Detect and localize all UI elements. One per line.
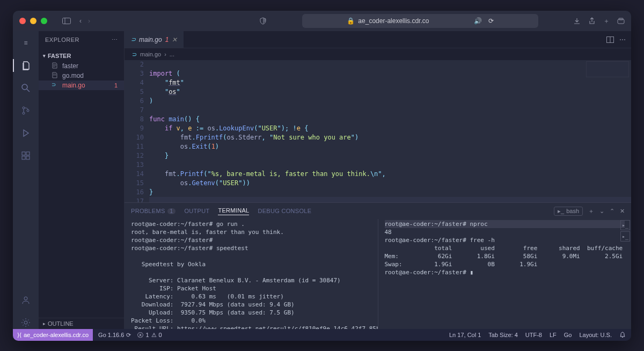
share-icon[interactable] bbox=[588, 17, 596, 25]
tab-size[interactable]: Tab Size: 4 bbox=[488, 332, 517, 338]
titlebar: ‹ › 🔒 ae_coder-alexellis.cdr.co 🔊 ⟳ ＋ bbox=[13, 11, 631, 31]
split-terminal-icon[interactable]: ⌄ bbox=[599, 208, 604, 215]
terminal-body: root@ae-coder:~/faster# go run . root, b… bbox=[125, 219, 631, 329]
code-editor[interactable]: 234567891011121314151617 import ( "fmt" … bbox=[125, 60, 631, 202]
svg-rect-9 bbox=[22, 152, 25, 155]
terminal-left[interactable]: root@ae-coder:~/faster# go run . root, b… bbox=[125, 219, 378, 329]
new-terminal-icon[interactable]: ＋ bbox=[588, 207, 594, 215]
account-icon[interactable] bbox=[19, 294, 32, 306]
editor-tabs: ⊃ main.go 1 ✕ ⋯ bbox=[125, 31, 631, 48]
eol[interactable]: LF bbox=[550, 332, 557, 338]
svg-rect-0 bbox=[63, 18, 71, 24]
problems-status[interactable]: ⓧ 1 ⚠ 0 bbox=[137, 331, 162, 339]
minimize-window-button[interactable] bbox=[30, 18, 36, 24]
svg-point-4 bbox=[22, 84, 27, 90]
sidebar-header: EXPLORER ⋯ bbox=[39, 31, 124, 48]
close-panel-icon[interactable]: ✕ bbox=[620, 208, 625, 215]
sidebar-title: EXPLORER bbox=[45, 36, 79, 43]
svg-rect-10 bbox=[22, 156, 25, 159]
new-tab-icon[interactable]: ＋ bbox=[603, 17, 610, 26]
breadcrumb[interactable]: ⊃ main.go › ... bbox=[125, 48, 631, 60]
panel-tabs: PROBLEMS 1 OUTPUT TERMINAL DEBUG CONSOLE… bbox=[125, 203, 631, 219]
go-version[interactable]: Go 1.16.6 ⟳ bbox=[98, 332, 131, 339]
lock-icon: 🔒 bbox=[347, 17, 355, 25]
tab-terminal[interactable]: TERMINAL bbox=[218, 207, 249, 215]
terminal-instance-icon[interactable]: ▸_ bbox=[620, 220, 630, 230]
code-content[interactable]: import ( "fmt" "os") func main() { if v,… bbox=[149, 60, 631, 202]
statusbar: ⟩⟨ ae_coder-alexellis.cdr.co Go 1.16.6 ⟳… bbox=[13, 329, 631, 341]
outline-section[interactable]: OUTLINE bbox=[39, 318, 124, 329]
url-bar[interactable]: 🔒 ae_coder-alexellis.cdr.co 🔊 ⟳ bbox=[302, 14, 538, 28]
maximize-panel-icon[interactable]: ⌃ bbox=[610, 208, 614, 215]
language-mode[interactable]: Go bbox=[564, 332, 572, 338]
svg-point-8 bbox=[27, 109, 29, 112]
tab-problems[interactable]: PROBLEMS 1 bbox=[131, 208, 175, 214]
terminal-instance-icon[interactable]: ▸_ bbox=[620, 231, 630, 242]
go-file-icon: ⊃ bbox=[132, 51, 137, 58]
folder-header[interactable]: FASTER bbox=[39, 50, 124, 61]
remote-icon: ⟩⟨ bbox=[17, 332, 21, 339]
file-item-gomod[interactable]: go.mod bbox=[39, 71, 124, 81]
source-control-icon[interactable] bbox=[19, 104, 32, 117]
keyboard-layout[interactable]: Layout: U.S. bbox=[579, 332, 612, 338]
forward-button[interactable]: › bbox=[88, 17, 90, 25]
tab-debug-console[interactable]: DEBUG CONSOLE bbox=[258, 208, 311, 214]
line-gutter: 234567891011121314151617 bbox=[125, 60, 149, 202]
bottom-panel: PROBLEMS 1 OUTPUT TERMINAL DEBUG CONSOLE… bbox=[125, 202, 631, 329]
audio-icon[interactable]: 🔊 bbox=[474, 17, 482, 25]
tabs-overview-icon[interactable] bbox=[617, 18, 625, 24]
menu-icon[interactable]: ≡ bbox=[19, 36, 32, 49]
more-actions-icon[interactable]: ⋯ bbox=[619, 36, 626, 43]
split-editor-icon[interactable] bbox=[606, 36, 614, 43]
explorer-sidebar: EXPLORER ⋯ FASTER faster go.mod bbox=[39, 31, 125, 329]
minimap[interactable] bbox=[586, 61, 629, 77]
download-icon[interactable] bbox=[573, 17, 581, 25]
shield-icon[interactable] bbox=[259, 17, 267, 25]
terminal-shell-selector[interactable]: ▸_ bash bbox=[554, 207, 583, 216]
tab-maingo[interactable]: ⊃ main.go 1 ✕ bbox=[125, 31, 184, 48]
main-column: ⊃ main.go 1 ✕ ⋯ ⊃ main.go › ... bbox=[125, 31, 631, 329]
file-icon bbox=[52, 72, 59, 79]
svg-rect-12 bbox=[26, 152, 30, 155]
svg-point-7 bbox=[23, 112, 25, 114]
encoding[interactable]: UTF-8 bbox=[525, 332, 542, 338]
tab-output[interactable]: OUTPUT bbox=[184, 208, 209, 214]
url-text: ae_coder-alexellis.cdr.co bbox=[358, 17, 429, 25]
remote-indicator[interactable]: ⟩⟨ ae_coder-alexellis.cdr.co bbox=[13, 329, 93, 341]
reload-icon[interactable]: ⟳ bbox=[488, 17, 494, 25]
close-tab-icon[interactable]: ✕ bbox=[172, 36, 177, 43]
svg-rect-11 bbox=[26, 156, 30, 159]
sync-icon: ⟳ bbox=[126, 332, 131, 339]
back-button[interactable]: ‹ bbox=[79, 17, 82, 25]
search-icon[interactable] bbox=[19, 82, 32, 94]
terminal-icon: ▸_ bbox=[558, 208, 564, 215]
settings-gear-icon[interactable] bbox=[19, 316, 32, 329]
cursor-position[interactable]: Ln 17, Col 1 bbox=[449, 332, 481, 338]
traffic-lights bbox=[19, 18, 47, 24]
file-icon bbox=[52, 62, 59, 70]
activity-bar: ≡ bbox=[13, 31, 39, 329]
editor-area: ≡ bbox=[13, 31, 631, 329]
svg-point-6 bbox=[23, 107, 25, 109]
sidebar-more-icon[interactable]: ⋯ bbox=[112, 36, 118, 43]
error-icon: ⓧ bbox=[137, 331, 143, 339]
browser-window: ‹ › 🔒 ae_coder-alexellis.cdr.co 🔊 ⟳ ＋ bbox=[13, 11, 631, 341]
notifications-icon[interactable] bbox=[619, 332, 626, 338]
file-item-maingo[interactable]: ⊃ main.go 1 bbox=[39, 81, 124, 90]
terminal-right[interactable]: root@ae-coder:~/faster# nproc 48 root@ae… bbox=[378, 219, 632, 329]
warning-icon: ⚠ bbox=[151, 332, 157, 339]
terminal-group-icons[interactable]: ▸_ ▸_ bbox=[620, 220, 630, 242]
run-debug-icon[interactable] bbox=[19, 127, 32, 140]
svg-line-5 bbox=[27, 89, 30, 92]
svg-point-13 bbox=[24, 297, 27, 300]
sidebar-toggle-icon[interactable] bbox=[62, 17, 71, 25]
explorer-icon[interactable] bbox=[13, 59, 39, 72]
file-item-faster[interactable]: faster bbox=[39, 61, 124, 71]
close-window-button[interactable] bbox=[19, 18, 26, 24]
svg-point-14 bbox=[24, 321, 27, 324]
chevron-right-icon: › bbox=[164, 51, 166, 57]
go-file-icon: ⊃ bbox=[52, 82, 59, 89]
extensions-icon[interactable] bbox=[19, 149, 32, 162]
maximize-window-button[interactable] bbox=[41, 18, 47, 24]
go-file-icon: ⊃ bbox=[131, 36, 136, 43]
